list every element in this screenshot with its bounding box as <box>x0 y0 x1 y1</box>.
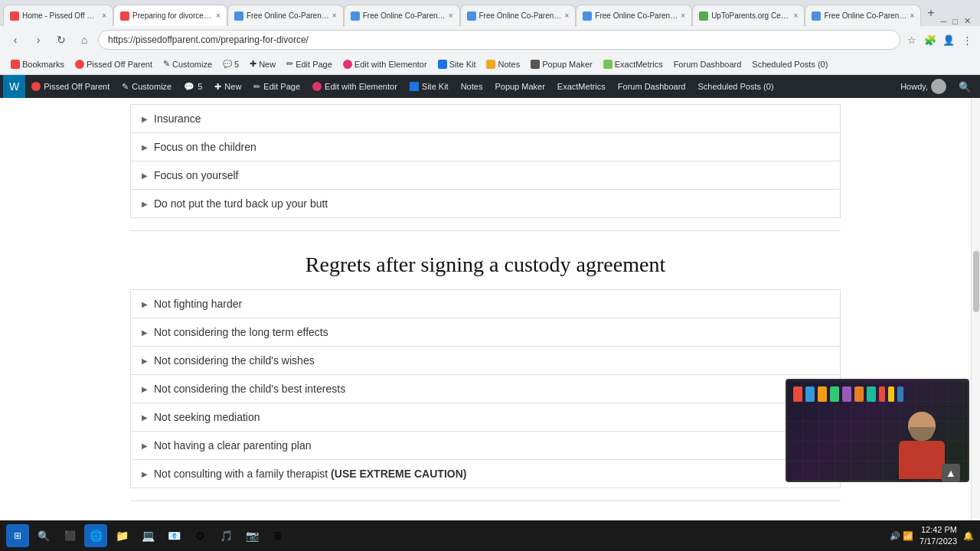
wp-new[interactable]: ✚ New <box>208 75 247 98</box>
accordion-label-longterm: Not considering the long term effects <box>154 326 328 338</box>
wp-popupmaker[interactable]: Popup Maker <box>488 75 550 98</box>
taskbar-app6[interactable]: 🎵 <box>214 524 237 547</box>
refresh-button[interactable]: ↻ <box>52 31 70 49</box>
bk-edit-page-icon: ✏ <box>286 59 293 69</box>
maximize-button[interactable]: □ <box>952 17 958 26</box>
accordion-item-fighting[interactable]: ▶ Not fighting harder <box>131 290 840 318</box>
profile-icon[interactable]: 👤 <box>942 33 956 47</box>
tab-3-favicon <box>351 11 360 21</box>
accordion-item-longterm[interactable]: ▶ Not considering the long term effects <box>131 318 840 347</box>
tab-3-close[interactable]: × <box>449 11 453 20</box>
tab-4[interactable]: Free Online Co-Parenting... × <box>460 5 577 26</box>
extensions-icon[interactable]: 🧩 <box>923 33 937 47</box>
bookmark-star-icon[interactable]: ☆ <box>905 33 919 47</box>
forward-button[interactable]: › <box>29 31 47 49</box>
bk-bookmarks[interactable]: Bookmarks <box>6 58 69 70</box>
wp-elementor[interactable]: Edit with Elementor <box>306 75 403 98</box>
tab-0[interactable]: Home - Pissed Off Parent × <box>3 5 113 26</box>
tab-1-favicon <box>120 11 129 21</box>
taskbar-app5[interactable]: ⚙ <box>188 524 211 547</box>
tab-5-close[interactable]: × <box>681 11 685 20</box>
wp-forum[interactable]: Forum Dashboard <box>612 75 692 98</box>
accordion-label-insurance: Insurance <box>154 112 201 125</box>
bk-pop-icon <box>75 60 84 69</box>
tab-6[interactable]: UpToParents.org Certific... × <box>692 5 805 26</box>
bk-edit-page[interactable]: ✏ Edit Page <box>282 57 337 70</box>
accordion-item-parenting-plan[interactable]: ▶ Not having a clear parenting plan <box>131 432 840 460</box>
bk-pissedoffparent[interactable]: Pissed Off Parent <box>70 58 157 70</box>
scroll-thumb[interactable] <box>973 251 979 312</box>
close-window-button[interactable]: ✕ <box>964 16 971 26</box>
taskbar-task-view[interactable]: ⬛ <box>58 524 81 547</box>
tab-2[interactable]: Free Online Co-Parenting... × <box>227 5 344 26</box>
content-inner: ▶ Insurance ▶ Focus on the children ▶ Fo… <box>118 98 853 520</box>
accordion-item-children[interactable]: ▶ Focus on the children <box>131 133 840 161</box>
wp-site-name[interactable]: Pissed Off Parent <box>25 75 116 98</box>
taskbar-chrome[interactable]: 🌐 <box>84 524 107 547</box>
tab-1-close[interactable]: × <box>216 11 220 20</box>
wp-notes[interactable]: Notes <box>455 75 489 98</box>
wp-search-admin[interactable]: 🔍 <box>952 75 977 98</box>
wp-edit-page[interactable]: ✏ Edit Page <box>247 75 306 98</box>
address-input[interactable] <box>98 30 900 50</box>
bk-bookmarks-icon <box>11 60 20 69</box>
tab-2-close[interactable]: × <box>332 11 337 20</box>
bk-exactmetrics[interactable]: ExactMetrics <box>599 58 668 70</box>
bk-sitekit[interactable]: Site Kit <box>433 58 481 70</box>
taskbar-clock[interactable]: 12:42 PM 7/17/2023 <box>920 524 957 548</box>
scroll-track[interactable] <box>971 98 980 520</box>
menu-icon[interactable]: ⋮ <box>960 33 974 47</box>
wp-customize[interactable]: ✎ Customize <box>116 75 178 98</box>
minimize-button[interactable]: ─ <box>941 17 947 26</box>
taskbar-app8[interactable]: 🖥 <box>266 524 289 547</box>
accordion-item-mediation[interactable]: ▶ Not seeking mediation <box>131 403 840 432</box>
bk-forum[interactable]: Forum Dashboard <box>669 58 746 70</box>
taskbar-app7[interactable]: 📷 <box>240 524 263 547</box>
wp-sitekit[interactable]: Site Kit <box>403 75 455 98</box>
taskbar-file-explorer[interactable]: 📁 <box>110 524 133 547</box>
scroll-to-top-button[interactable]: ▲ <box>942 464 960 482</box>
taskbar-app4[interactable]: 📧 <box>162 524 185 547</box>
tab-5[interactable]: Free Online Co-Parenting... × <box>576 5 692 26</box>
wp-logo-item[interactable]: W <box>3 75 25 98</box>
shelf-item-1 <box>793 386 802 402</box>
bk-scheduled[interactable]: Scheduled Posts (0) <box>747 58 832 70</box>
accordion-item-bestinterests[interactable]: ▶ Not considering the child's best inter… <box>131 375 840 403</box>
taskbar-app3[interactable]: 💻 <box>136 524 159 547</box>
back-button[interactable]: ‹ <box>6 31 24 49</box>
accordion-item-therapist[interactable]: ▶ Not consulting with a family therapist… <box>131 460 840 487</box>
accordion-arrow-therapist: ▶ <box>142 470 148 478</box>
wp-howdy[interactable]: Howdy, <box>894 75 952 98</box>
tab-7[interactable]: Free Online Co-Parenting... × <box>805 5 921 26</box>
tab-7-close[interactable]: × <box>910 11 914 20</box>
taskbar: ⊞ 🔍 ⬛ 🌐 📁 💻 📧 ⚙ 🎵 📷 🖥 <box>0 520 980 551</box>
accordion-item-yourself[interactable]: ▶ Focus on yourself <box>131 161 840 190</box>
wp-comments[interactable]: 💬 5 <box>178 75 208 98</box>
taskbar-search[interactable]: 🔍 <box>32 524 55 547</box>
tab-1[interactable]: Preparing for divorce - Pi... × <box>113 5 227 26</box>
bk-bookmarks-label: Bookmarks <box>22 60 64 69</box>
new-tab-button[interactable]: + <box>921 6 940 20</box>
taskbar-date: 7/17/2023 <box>920 536 957 547</box>
bk-notes[interactable]: Notes <box>482 58 524 70</box>
bk-popupmaker[interactable]: Popup Maker <box>526 58 596 70</box>
bk-new[interactable]: ✚ New <box>245 57 280 70</box>
tab-0-close[interactable]: × <box>102 11 106 20</box>
bk-customize[interactable]: ✎ Customize <box>158 57 217 70</box>
bk-elementor[interactable]: Edit with Elementor <box>338 58 432 70</box>
bk-comments[interactable]: 💬 5 <box>218 58 243 70</box>
wp-scheduled[interactable]: Scheduled Posts (0) <box>691 75 779 98</box>
accordion-item-wishes[interactable]: ▶ Not considering the child's wishes <box>131 347 840 375</box>
wp-exactmetrics[interactable]: ExactMetrics <box>551 75 612 98</box>
person-head <box>908 412 936 439</box>
tab-3[interactable]: Free Online Co-Parenting... × <box>344 5 460 26</box>
accordion-item-turd[interactable]: ▶ Do not put the turd back up your butt <box>131 190 840 217</box>
bk-customize-label: Customize <box>172 60 212 69</box>
wp-elementor-label: Edit with Elementor <box>325 82 397 91</box>
notification-center[interactable]: 🔔 <box>963 531 974 541</box>
home-button[interactable]: ⌂ <box>75 31 93 49</box>
tab-4-close[interactable]: × <box>564 11 569 20</box>
tab-6-close[interactable]: × <box>794 11 799 20</box>
taskbar-windows-button[interactable]: ⊞ <box>6 524 29 547</box>
accordion-item-insurance[interactable]: ▶ Insurance <box>131 105 840 133</box>
